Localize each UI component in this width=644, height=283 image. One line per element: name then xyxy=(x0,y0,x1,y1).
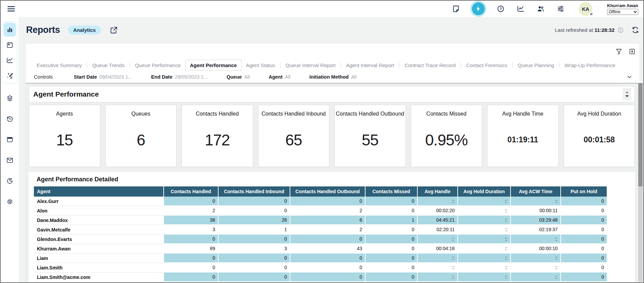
scroll-stepper[interactable] xyxy=(623,88,631,101)
controls-label: Controls xyxy=(34,74,53,80)
kpi-card-avg-hold-duration: Avg Hold Duration00:01:58 xyxy=(564,105,635,167)
value-cell: :: xyxy=(510,272,560,282)
agent-performance-table: AgentContacts HandledContacts Handled In… xyxy=(34,186,607,282)
filter-start-date[interactable]: Start Date09/04/2023 1... xyxy=(74,74,132,80)
refresh-group: Last refreshed at 11:28:32 xyxy=(555,26,639,34)
bolt-icon[interactable] xyxy=(472,2,485,15)
tab-separator xyxy=(559,62,560,68)
info-icon[interactable] xyxy=(617,27,624,34)
filter-queue[interactable]: QueueAll xyxy=(227,74,250,80)
column-header-avg-hold-duration[interactable]: Avg Hold Duration xyxy=(457,186,510,197)
tab-separator xyxy=(340,62,341,68)
filter-icon[interactable] xyxy=(615,48,623,55)
sidebar-item-bar-chart[interactable] xyxy=(3,23,16,37)
window-icon xyxy=(6,136,14,143)
tab-contact-forensics[interactable]: Contact Forensics xyxy=(462,60,512,70)
value-cell: 0 xyxy=(365,235,417,244)
stepper-down-icon[interactable] xyxy=(625,95,629,97)
tab-queue-performance[interactable]: Queue Performance xyxy=(130,60,185,70)
agent-name-cell: Dane.Maddox xyxy=(34,216,163,225)
tab-agent-interval-report[interactable]: Agent Interval Report xyxy=(341,60,398,70)
sidebar-item-calendar[interactable] xyxy=(3,38,16,52)
download-icon[interactable] xyxy=(628,48,636,55)
tab-separator xyxy=(399,62,399,68)
sidebar-item-brush[interactable] xyxy=(3,68,16,82)
value-cell: :: xyxy=(417,272,457,282)
column-header-contacts-missed[interactable]: Contacts Missed xyxy=(365,186,417,197)
value-cell: 0 xyxy=(290,272,365,282)
column-header-avg-handle[interactable]: Avg Handle xyxy=(417,186,457,197)
table-header-row: AgentContacts HandledContacts Handled In… xyxy=(34,186,607,197)
column-header-contacts-handled[interactable]: Contacts Handled xyxy=(163,186,218,197)
tab-separator xyxy=(129,62,130,68)
column-header-avg-acw-time[interactable]: Avg ACW Time xyxy=(510,186,560,197)
value-cell: 0 xyxy=(290,254,365,263)
line-chart-icon xyxy=(6,57,14,64)
tab-contract-trace-record[interactable]: Contract Trace Record xyxy=(400,60,460,70)
value-cell: 0 xyxy=(365,197,417,206)
user-block: Khurram AwanOffline xyxy=(607,3,638,15)
value-cell: :: xyxy=(457,197,510,206)
sidebar-item-layers[interactable] xyxy=(3,91,16,105)
tab-queue-trends[interactable]: Queue Trends xyxy=(88,60,129,70)
report-tabs: Executive SummaryQueue TrendsQueue Perfo… xyxy=(26,60,640,70)
bar-chart-icon xyxy=(6,26,14,34)
sidebar-item-window[interactable] xyxy=(3,133,16,146)
table-row: Liam.Smith0000::::::0 xyxy=(34,263,607,272)
page-header: Reports Analytics Last refreshed at 11:2… xyxy=(19,17,643,43)
last-refreshed-time: 11:28:32 xyxy=(595,27,615,33)
filter-initiation-method[interactable]: Initiation MethodAll xyxy=(309,74,356,80)
sidebar-item-gear[interactable] xyxy=(3,195,16,208)
tab-wrap-up-performance[interactable]: Wrap-Up Performance xyxy=(560,60,620,70)
tab-agent-performance[interactable]: Agent Performance xyxy=(185,60,242,70)
controls-bar: Controls Start Date09/04/2023 1...End Da… xyxy=(26,70,640,83)
value-cell: 0 xyxy=(290,197,365,206)
sidebar-item-history[interactable] xyxy=(3,112,16,126)
avatar[interactable]: KA xyxy=(579,2,593,16)
gear-icon xyxy=(6,198,14,205)
value-cell: 0 xyxy=(218,197,290,206)
line-chart-icon[interactable] xyxy=(517,5,525,13)
kpi-label: Contacts Missed xyxy=(427,111,466,117)
status-select[interactable]: Offline xyxy=(607,9,638,15)
external-link-icon[interactable] xyxy=(110,26,118,34)
value-cell: 26 xyxy=(218,216,290,225)
menu-icon[interactable] xyxy=(7,4,16,13)
vertical-scrollbar[interactable] xyxy=(638,83,643,282)
scrollbar-thumb[interactable] xyxy=(638,83,643,186)
calendar-icon xyxy=(6,41,14,49)
column-header-agent[interactable]: Agent xyxy=(34,186,163,197)
value-cell: 0 xyxy=(218,235,290,244)
agent-name-cell: Alex.Gurr xyxy=(34,197,163,206)
kpi-card-contacts-handled: Contacts Handled172 xyxy=(182,105,253,167)
filter-end-date[interactable]: End Date29/05/2023 1... xyxy=(151,74,208,80)
value-cell: 89 xyxy=(163,244,218,254)
tab-queue-planning[interactable]: Queue Planning xyxy=(513,60,559,70)
last-refreshed-text: Last refreshed at 11:28:32 xyxy=(555,27,615,33)
sidebar-item-pie-chart[interactable] xyxy=(3,174,16,188)
column-header-contacts-handled-inbound[interactable]: Contacts Handled Inbound xyxy=(218,186,290,197)
chevron-down-icon[interactable] xyxy=(626,74,633,80)
column-header-contacts-handled-outbound[interactable]: Contacts Handled Outbound xyxy=(290,186,365,197)
tab-agent-status[interactable]: Agent Status xyxy=(242,60,279,70)
document-icon[interactable] xyxy=(452,5,460,13)
value-cell: :: xyxy=(510,235,560,244)
sliders-icon[interactable] xyxy=(557,5,565,13)
sidebar-item-line-chart[interactable] xyxy=(3,53,16,67)
users-icon[interactable] xyxy=(537,5,545,13)
refresh-icon[interactable] xyxy=(631,26,639,34)
stepper-up-icon[interactable] xyxy=(625,91,629,93)
app-window: ?KAKhurram AwanOffline Reports Analytics… xyxy=(0,0,644,283)
kpi-label: Contacts Handled xyxy=(196,111,239,117)
analytics-badge: Analytics xyxy=(68,25,101,35)
value-cell: :: xyxy=(417,263,457,272)
column-header-put-on-hold[interactable]: Put on Hold xyxy=(560,186,607,197)
kpi-value: 00:01:58 xyxy=(584,117,615,167)
tab-queue-interval-report[interactable]: Queue Interval Report xyxy=(281,60,340,70)
sidebar-item-mail[interactable] xyxy=(3,153,16,167)
filter-agent[interactable]: AgentAll xyxy=(269,74,290,80)
tab-separator xyxy=(280,62,281,68)
tab-executive-summary[interactable]: Executive Summary xyxy=(32,60,86,70)
sidebar xyxy=(1,17,19,282)
help-icon[interactable]: ? xyxy=(497,5,505,13)
